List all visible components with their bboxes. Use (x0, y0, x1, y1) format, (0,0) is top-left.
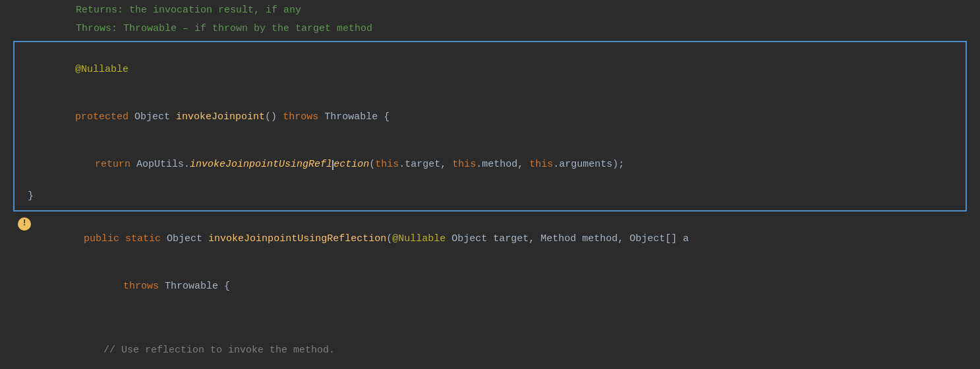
comment-line: // Use reflection to invoke the method. (0, 327, 980, 369)
throws-text: Throws: Throwable – if thrown by the tar… (76, 20, 980, 38)
javadoc-returns-line: Returns: the invocation result, if any (40, 1, 980, 20)
blank-content (36, 310, 980, 326)
aop-utils: AopUtils (136, 159, 184, 170)
space2 (170, 111, 176, 123)
object-param: Object (451, 233, 487, 244)
object-type: Object (134, 111, 170, 123)
this2: this (452, 159, 476, 170)
invoke-method-rest: ection (333, 159, 369, 170)
throws-kw2: throws (123, 281, 159, 292)
public-method-line: ! public static Object invokeJoinpointUs… (0, 215, 980, 263)
c2: , (517, 159, 529, 170)
comment-code: // Use reflection to invoke the method. (36, 327, 980, 369)
annotation-line: @Nullable (28, 46, 952, 94)
c1: , (440, 159, 452, 170)
space1 (129, 111, 134, 123)
public-method-code: public static Object invokeJoinpointUsin… (36, 215, 980, 263)
invoke-joinpoint-name: invokeJoinpoint (176, 111, 265, 123)
open-p: ( (369, 159, 375, 170)
close: ); (612, 159, 624, 170)
s5: target, (487, 233, 540, 244)
dot: . (184, 159, 190, 170)
throws-line: throws Throwable { (0, 263, 980, 310)
protected-keyword: protected (75, 111, 129, 123)
space3 (318, 111, 324, 123)
blue-selection-box: @Nullable protected Object invokeJoinpoi… (13, 41, 967, 212)
invoke-big-name: invokeJoinpointUsingReflection (208, 233, 386, 244)
invoke-method-name: invokeJoinpointUsingRefl (190, 159, 332, 170)
throws-code: throws Throwable { (36, 263, 980, 310)
bulb-icon: ! (18, 217, 31, 231)
close-brace: } (28, 188, 952, 204)
parens: () (265, 111, 283, 123)
code-editor: Returns: the invocation result, if any T… (0, 0, 980, 369)
s1 (119, 233, 125, 244)
close-brace-line: } (28, 188, 952, 205)
return-keyword: return (95, 159, 130, 170)
method-signature-line: protected Object invokeJoinpoint() throw… (28, 94, 952, 141)
brackets: [] a (665, 233, 689, 244)
open-brace: { (378, 111, 389, 123)
comment-text: // Use reflection to invoke the method. (103, 345, 335, 356)
s4 (446, 233, 451, 244)
arguments-field: arguments (559, 159, 612, 170)
s2 (161, 233, 167, 244)
this1: this (375, 159, 399, 170)
throwable2: Throwable { (159, 281, 230, 292)
method-field: method (482, 159, 517, 170)
bulb-gutter: ! (0, 217, 36, 231)
object-arr: Object (629, 233, 665, 244)
space (130, 159, 136, 170)
public-keyword: public (84, 233, 119, 244)
this3: this (529, 159, 553, 170)
throws-keyword: throws (283, 111, 318, 123)
returns-text: Returns: the invocation result, if any (76, 1, 980, 20)
static-keyword: static (125, 233, 161, 244)
s6: method, (576, 233, 629, 244)
d3: . (553, 159, 559, 170)
d1: . (399, 159, 405, 170)
target-field: target (405, 159, 440, 170)
blank-line1 (0, 310, 980, 327)
nullable-ann: @Nullable (392, 233, 446, 244)
p1: ( (386, 233, 392, 244)
d2: . (476, 159, 482, 170)
method-param-type: Method (540, 233, 576, 244)
throwable-type: Throwable (324, 111, 378, 123)
s3 (202, 233, 208, 244)
return-line: return AopUtils.invokeJoinpointUsingRefl… (28, 141, 952, 188)
annotation-text: @Nullable (75, 64, 129, 75)
javadoc-throws-line: Throws: Throwable – if thrown by the tar… (40, 20, 980, 38)
lower-code-section: ! public static Object invokeJoinpointUs… (0, 215, 980, 369)
object-type2: Object (167, 233, 202, 244)
